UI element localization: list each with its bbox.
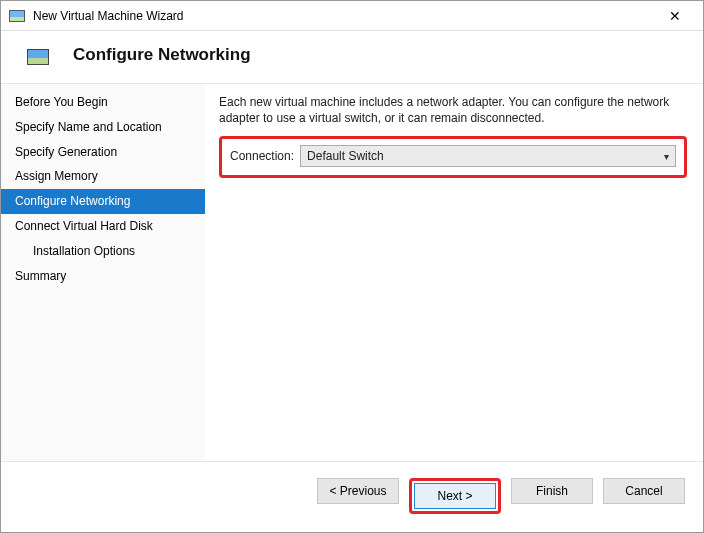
next-button[interactable]: Next >: [414, 483, 496, 509]
step-specify-generation[interactable]: Specify Generation: [1, 140, 205, 165]
connection-value: Default Switch: [307, 149, 384, 163]
step-summary[interactable]: Summary: [1, 264, 205, 289]
step-specify-name-location[interactable]: Specify Name and Location: [1, 115, 205, 140]
step-connect-virtual-hard-disk[interactable]: Connect Virtual Hard Disk: [1, 214, 205, 239]
step-installation-options[interactable]: Installation Options: [1, 239, 205, 264]
wizard-footer: < Previous Next > Finish Cancel: [1, 461, 703, 532]
connection-highlight: Connection: Default Switch ▾: [219, 136, 687, 178]
previous-button[interactable]: < Previous: [317, 478, 399, 504]
cancel-button[interactable]: Cancel: [603, 478, 685, 504]
wizard-window: New Virtual Machine Wizard ✕ Configure N…: [0, 0, 704, 533]
wizard-body: Before You Begin Specify Name and Locati…: [1, 83, 703, 461]
wizard-steps-sidebar: Before You Begin Specify Name and Locati…: [1, 84, 205, 461]
app-icon: [9, 10, 25, 22]
wizard-header-icon: [27, 49, 49, 65]
page-description: Each new virtual machine includes a netw…: [219, 94, 687, 126]
chevron-down-icon: ▾: [664, 151, 669, 162]
close-icon[interactable]: ✕: [655, 8, 695, 24]
step-assign-memory[interactable]: Assign Memory: [1, 164, 205, 189]
wizard-content: Each new virtual machine includes a netw…: [205, 84, 703, 461]
next-button-highlight: Next >: [409, 478, 501, 514]
connection-label: Connection:: [230, 149, 294, 163]
step-before-you-begin[interactable]: Before You Begin: [1, 90, 205, 115]
wizard-header: Configure Networking: [1, 31, 703, 83]
window-title: New Virtual Machine Wizard: [33, 9, 655, 23]
page-title: Configure Networking: [73, 45, 251, 65]
titlebar: New Virtual Machine Wizard ✕: [1, 1, 703, 31]
connection-dropdown[interactable]: Default Switch ▾: [300, 145, 676, 167]
finish-button[interactable]: Finish: [511, 478, 593, 504]
step-configure-networking[interactable]: Configure Networking: [1, 189, 205, 214]
